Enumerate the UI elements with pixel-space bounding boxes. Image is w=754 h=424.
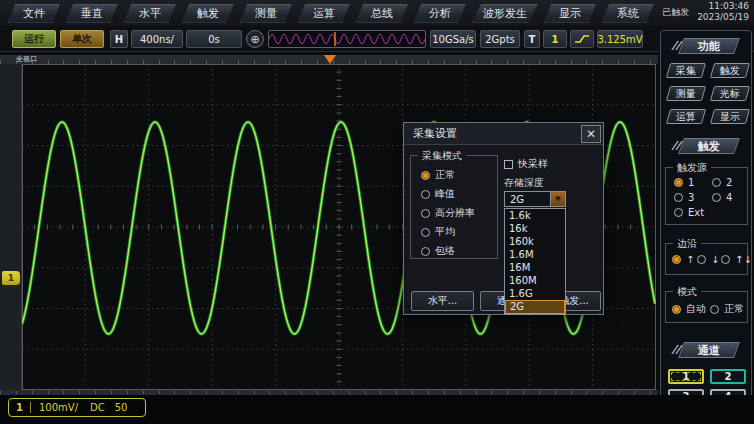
waveform-preview[interactable]: [268, 30, 426, 48]
channel-impedance: 50: [115, 402, 128, 413]
toolbar: 运行 单次 H 400ns/ 0s ⊕ 10GSa/s 2Gpts T 1 3.…: [0, 26, 754, 52]
radio-icon: [712, 178, 721, 187]
depth-option[interactable]: 160k: [505, 235, 565, 248]
trigger-source-1[interactable]: 1: [674, 177, 694, 188]
mode-hires-option[interactable]: 高分辨率: [421, 206, 475, 220]
acquire-mode-group: 采集模式 正常 峰值 高分辨率 平均 包络: [410, 155, 498, 259]
left-gutter: 1: [0, 64, 22, 390]
viewport-label: 全视口: [16, 55, 37, 64]
channel-scale: 100mV/: [39, 402, 78, 413]
zoom-plus-icon[interactable]: ⊕: [246, 30, 264, 48]
radio-icon: [721, 255, 730, 264]
selected-depth-value: 2G: [505, 194, 550, 205]
radio-icon: [421, 228, 430, 237]
trigger-source-2[interactable]: 2: [712, 177, 732, 188]
mode-peak-option[interactable]: 峰值: [421, 187, 455, 201]
trigger-source-value[interactable]: 1: [543, 30, 567, 48]
trigger-header: 触发: [678, 138, 740, 154]
menu-measure[interactable]: 测量: [240, 4, 292, 23]
channel-header: 通道: [678, 342, 740, 358]
menu-vertical[interactable]: 垂直: [66, 4, 118, 23]
mode-average-option[interactable]: 平均: [421, 225, 455, 239]
edge-label: 边沿: [673, 237, 701, 250]
horizontal-button[interactable]: H: [110, 30, 128, 48]
run-button[interactable]: 运行: [12, 30, 56, 48]
trigger-button[interactable]: T: [524, 30, 540, 48]
memory-depth-value: 2Gpts: [480, 30, 520, 48]
horizontal-offset-value[interactable]: 0s: [186, 30, 242, 48]
memory-depth-select[interactable]: 2G ▼: [504, 191, 566, 207]
depth-option[interactable]: 1.6k: [505, 209, 565, 222]
sidebar-cursor-button[interactable]: 光标: [710, 86, 750, 101]
sidebar-measure-button[interactable]: 测量: [666, 86, 706, 101]
trigger-source-label: 触发源: [673, 161, 711, 174]
trigger-edge-icon[interactable]: [570, 30, 594, 48]
mode-label: 模式: [673, 285, 701, 298]
menu-horizontal[interactable]: 水平: [124, 4, 176, 23]
preview-wave-icon: [269, 31, 425, 47]
time-label: 11:03:46: [709, 1, 749, 12]
oscilloscope-app: 文件 垂直 水平 触发 测量 运算 总线 分析 波形发生 显示 系统 已触发 1…: [0, 0, 754, 424]
trigger-level-value[interactable]: 3.125mV: [597, 30, 643, 48]
depth-option[interactable]: 16k: [505, 222, 565, 235]
menu-wavegen[interactable]: 波形发生: [472, 4, 538, 23]
mode-normal-option[interactable]: 正常: [421, 168, 455, 182]
mode-envelope-option[interactable]: 包络: [421, 244, 455, 258]
channel-2-button[interactable]: 2: [710, 369, 746, 384]
timebase-value[interactable]: 400ns/: [131, 30, 183, 48]
edge-group: 边沿 ↑ ↓ ↑↓: [665, 243, 748, 275]
radio-icon: [674, 208, 683, 217]
sample-rate-value: 10GSa/s: [430, 30, 476, 48]
single-button[interactable]: 单次: [60, 30, 104, 48]
menu-bus[interactable]: 总线: [356, 4, 408, 23]
radio-icon: [697, 255, 706, 264]
close-icon[interactable]: ✕: [581, 125, 601, 143]
checkbox-icon: [504, 160, 513, 169]
function-header: 功能: [678, 38, 740, 54]
menu-trigger[interactable]: 触发: [182, 4, 234, 23]
sidebar-trigger-button[interactable]: 触发: [710, 63, 750, 78]
depth-option-selected[interactable]: 2G: [505, 300, 565, 314]
mode-normal-trigger-option[interactable]: 正常: [710, 302, 744, 316]
channel-1-button[interactable]: 1: [668, 369, 704, 384]
menu-file[interactable]: 文件: [8, 4, 60, 23]
sidebar: // 功能 采集 触发 测量 光标 运算 显示 // 触发 触发源 1 2 3 …: [660, 30, 752, 417]
status-clock: 已触发 11:03:46 2023/05/19: [662, 1, 749, 23]
sidebar-acquire-button[interactable]: 采集: [666, 63, 706, 78]
memory-depth-label: 存储深度: [504, 176, 544, 190]
edge-both-option[interactable]: ↑↓: [721, 254, 752, 265]
trigger-source-4[interactable]: 4: [712, 192, 732, 203]
rising-edge-icon: [574, 34, 590, 44]
menu-bar: 文件 垂直 水平 触发 测量 运算 总线 分析 波形发生 显示 系统 已触发 1…: [0, 0, 754, 26]
sidebar-display-button[interactable]: 显示: [710, 109, 750, 124]
mode-group: 模式 自动 正常: [665, 291, 748, 323]
menu-system[interactable]: 系统: [602, 4, 654, 23]
dialog-title: 采集设置: [404, 123, 603, 145]
trigger-state-label: 已触发: [662, 6, 689, 19]
menu-math[interactable]: 运算: [298, 4, 350, 23]
channel1-level-marker[interactable]: 1: [2, 271, 20, 285]
memory-depth-dropdown: 1.6k 16k 160k 1.6M 16M 160M 1.6G 2G: [504, 208, 566, 315]
fast-sample-checkbox[interactable]: 快采样: [504, 157, 548, 171]
depth-option[interactable]: 1.6G: [505, 287, 565, 300]
trigger-source-3[interactable]: 3: [674, 192, 694, 203]
edge-rising-option[interactable]: ↑: [672, 254, 694, 265]
edge-falling-option[interactable]: ↓: [697, 254, 719, 265]
depth-option[interactable]: 160M: [505, 274, 565, 287]
radio-icon: [674, 193, 683, 202]
menu-display[interactable]: 显示: [544, 4, 596, 23]
horizontal-shortcut-button[interactable]: 水平...: [411, 291, 474, 311]
depth-option[interactable]: 16M: [505, 261, 565, 274]
channel1-status-box[interactable]: 1 100mV/ DC 50: [8, 398, 146, 417]
depth-option[interactable]: 1.6M: [505, 248, 565, 261]
mode-auto-option[interactable]: 自动: [672, 302, 706, 316]
acquire-mode-label: 采集模式: [418, 149, 466, 162]
bottom-status-bar: 1 100mV/ DC 50: [0, 395, 754, 424]
trigger-source-ext[interactable]: Ext: [674, 207, 704, 218]
trigger-position-marker-icon[interactable]: [324, 55, 336, 64]
sidebar-math-button[interactable]: 运算: [666, 109, 706, 124]
menu-analysis[interactable]: 分析: [414, 4, 466, 23]
radio-icon: [421, 247, 430, 256]
radio-icon: [712, 193, 721, 202]
radio-icon: [421, 190, 430, 199]
